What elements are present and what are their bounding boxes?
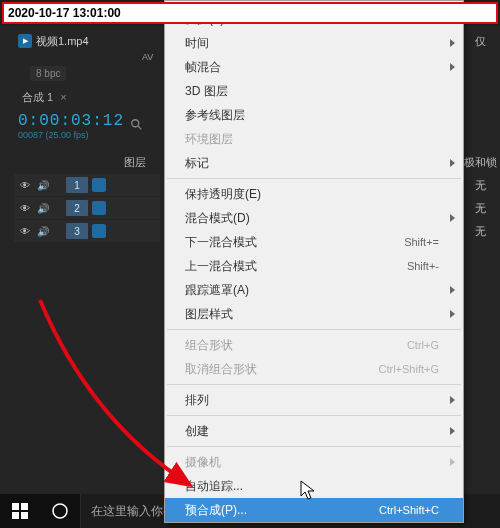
menu-item-label: 排列 [185,392,209,409]
menu-item-shortcut: Ctrl+Shift+G [378,363,439,375]
visibility-toggle[interactable]: 👁 [18,203,32,214]
right-value[interactable]: 无 [460,197,500,220]
track-row[interactable]: 👁 🔊 3 [14,220,160,242]
menu-item-label: 帧混合 [185,59,221,76]
menu-item-shortcut: Shift+- [407,260,439,272]
menu-item-label: 混合模式(D) [185,210,250,227]
menu-item-label: 自动追踪... [185,478,243,495]
right-value[interactable]: 无 [460,220,500,243]
menu-item[interactable]: 上一混合模式Shift+- [165,254,463,278]
svg-rect-2 [12,503,19,510]
menu-item[interactable]: 排列 [165,388,463,412]
menu-item-label: 参考线图层 [185,107,245,124]
menu-item-shortcut: Ctrl+G [407,339,439,351]
menu-separator [167,384,461,385]
menu-item-label: 跟踪遮罩(A) [185,282,249,299]
menu-item[interactable]: 创建 [165,419,463,443]
menu-item-label: 摄像机 [185,454,221,471]
visibility-toggle[interactable]: 👁 [18,180,32,191]
menu-item[interactable]: 跟踪遮罩(A) [165,278,463,302]
svg-rect-4 [12,512,19,519]
timecode-block[interactable]: 0:00:03:12 00087 (25.00 fps) [18,112,124,140]
svg-point-0 [132,120,139,127]
timeline-tab-label: 合成 1 [22,91,53,103]
menu-item: 取消组合形状Ctrl+Shift+G [165,357,463,381]
right-label: 极和锁 [460,151,500,174]
right-strip: 仅 极和锁 无 无 无 [460,30,500,243]
right-label: 仅 [460,30,500,53]
track-thumb-icon [92,178,106,192]
menu-item-label: 预合成(P)... [185,502,247,519]
menu-item[interactable]: 下一混合模式Shift+= [165,230,463,254]
menu-item-shortcut: Ctrl+Shift+C [379,504,439,516]
timecode-sub: 00087 (25.00 fps) [18,130,124,140]
svg-rect-3 [21,503,28,510]
track-row[interactable]: 👁 🔊 2 [14,197,160,219]
menu-item-label: 下一混合模式 [185,234,257,251]
menu-item-shortcut: Shift+= [404,236,439,248]
cursor-icon [300,480,316,506]
menu-separator [167,178,461,179]
timestamp-bar: 2020-10-17 13:01:00 [2,2,498,24]
menu-separator [167,415,461,416]
cortana-button[interactable] [40,494,80,528]
track-number: 1 [66,177,88,193]
timestamp-text: 2020-10-17 13:01:00 [8,6,121,20]
bpc-chip[interactable]: 8 bpc [30,66,66,81]
menu-item: 摄像机 [165,450,463,474]
menu-item-label: 环境图层 [185,131,233,148]
svg-rect-5 [21,512,28,519]
menu-item[interactable]: 标记 [165,151,463,175]
timeline-tab-close[interactable]: × [60,91,66,103]
track-row[interactable]: 👁 🔊 1 [14,174,160,196]
track-number: 2 [66,200,88,216]
menu-item[interactable]: 时间 [165,31,463,55]
menu-item-label: 时间 [185,35,209,52]
context-menu: 变换(T)时间帧混合3D 图层参考线图层环境图层标记保持透明度(E)混合模式(D… [164,0,464,523]
track-thumb-icon [92,201,106,215]
menu-item-label: 标记 [185,155,209,172]
visibility-toggle[interactable]: 👁 [18,226,32,237]
svg-line-1 [138,126,142,130]
audio-toggle[interactable]: 🔊 [36,226,50,237]
column-header-layer: 图层 [124,155,146,170]
menu-item-label: 上一混合模式 [185,258,257,275]
project-file-label: 视频1.mp4 [36,34,89,49]
menu-separator [167,329,461,330]
menu-item-label: 创建 [185,423,209,440]
menu-item-label: 保持透明度(E) [185,186,261,203]
menu-item: 组合形状Ctrl+G [165,333,463,357]
format-chip: AV [142,52,153,62]
menu-item[interactable]: 3D 图层 [165,79,463,103]
right-value[interactable]: 无 [460,174,500,197]
menu-separator [167,446,461,447]
audio-toggle[interactable]: 🔊 [36,203,50,214]
menu-item[interactable]: 帧混合 [165,55,463,79]
timeline-tab[interactable]: 合成 1 × [22,90,67,105]
project-file-item[interactable]: ▶ 视频1.mp4 [18,32,158,50]
track-number: 3 [66,223,88,239]
start-button[interactable] [0,494,40,528]
menu-item[interactable]: 保持透明度(E) [165,182,463,206]
menu-item[interactable]: 图层样式 [165,302,463,326]
menu-item-label: 3D 图层 [185,83,228,100]
menu-item-label: 组合形状 [185,337,233,354]
project-footer: 8 bpc [30,66,66,81]
search-icon[interactable] [130,118,144,132]
audio-toggle[interactable]: 🔊 [36,180,50,191]
menu-item-label: 取消组合形状 [185,361,257,378]
menu-item-label: 图层样式 [185,306,233,323]
svg-point-6 [53,504,67,518]
menu-item: 环境图层 [165,127,463,151]
timecode[interactable]: 0:00:03:12 [18,112,124,130]
video-file-icon: ▶ [18,34,32,48]
track-thumb-icon [92,224,106,238]
menu-item[interactable]: 混合模式(D) [165,206,463,230]
menu-item[interactable]: 参考线图层 [165,103,463,127]
